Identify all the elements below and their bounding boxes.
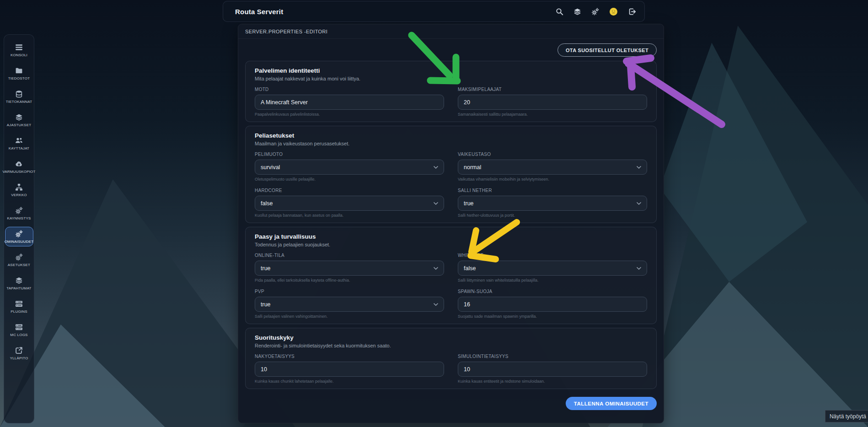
field-help: Salli pelaajien valinen vahingoittaminen… — [255, 314, 444, 319]
layers-icon — [15, 277, 23, 284]
sidebar-item-tiedostot[interactable]: TIEDOSTOT — [5, 64, 33, 83]
sidebar-item-label: AJASTUKSET — [7, 123, 32, 127]
panel-title: SERVER.PROPERTIES -EDITORI — [238, 24, 664, 39]
field-help: Suojattu sade maailman spawnin ymparilla… — [458, 314, 647, 319]
section-suorituskyky: SuorituskykyRenderointi- ja simulointiet… — [245, 328, 657, 389]
section-palvelimen-identiteetti: Palvelimen identiteettiMita pelaajat nak… — [245, 61, 657, 122]
sidebar-item-asetukset[interactable]: ASETUKSET — [5, 250, 33, 270]
field-online-tila: ONLINE-TILAtruePida paalla, ellei tarkoi… — [255, 253, 444, 283]
sidebar-item-konsoli[interactable]: KONSOLI — [5, 40, 33, 60]
field-label: MOTD — [255, 87, 444, 92]
field-salli-nether: SALLI NETHERtrueSalli Nether-ulottuvuus … — [458, 188, 647, 218]
spawn-suoja-input[interactable] — [458, 297, 647, 312]
sidebar-item-kayttajat[interactable]: KAYTTAJAT — [5, 133, 33, 153]
selected-value: false — [464, 265, 476, 272]
sidebar-item-label: PLUGINS — [11, 310, 27, 314]
hardcore-select[interactable]: false — [255, 196, 444, 211]
motd-input[interactable] — [255, 95, 444, 110]
selected-value: survival — [261, 164, 280, 171]
section-description: Todennus ja pelaajien suojaukset. — [255, 242, 647, 247]
field-label: VAIKEUSTASO — [458, 152, 647, 157]
selected-value: false — [261, 200, 273, 207]
sidebar-item-varmuuskopiot[interactable]: VARMUUSKOPIOT — [5, 157, 33, 176]
sidebar-item-plugins[interactable]: PLUGINS — [5, 297, 33, 316]
panel-body: OTA SUOSITELLUT OLETUKSET Palvelimen ide… — [238, 39, 664, 423]
section-description: Renderointi- ja simulointietaisyydet sek… — [255, 343, 647, 348]
chevron-down-icon — [434, 303, 438, 306]
whitelist-select[interactable]: false — [458, 261, 647, 276]
save-properties-button[interactable]: TALLENNA OMINAISUUDET — [566, 397, 657, 410]
field-maksimipelaajat: MAKSIMIPELAAJATSamanaikaisesti sallittu … — [458, 87, 647, 117]
field-label: SALLI NETHER — [458, 188, 647, 193]
sidebar-item-ajastukset[interactable]: AJASTUKSET — [5, 110, 33, 130]
maksimipelaajat-input[interactable] — [458, 95, 647, 110]
field-hardcore: HARDCOREfalseKuollut pelaaja bannataan, … — [255, 188, 444, 218]
field-label: PVP — [255, 289, 444, 294]
logout-icon[interactable] — [628, 7, 636, 16]
top-bar: Routa Serverit — [223, 1, 645, 22]
field-help: Oletuspelimuoto uusille pelaajille. — [255, 177, 444, 181]
sidebar-item-ominaisuudet[interactable]: OMINAISUUDET — [5, 227, 33, 246]
server-properties-panel: SERVER.PROPERTIES -EDITORI OTA SUOSITELL… — [238, 24, 664, 423]
sidebar-item-label: TIEDOSTOT — [8, 76, 30, 80]
pvp-select[interactable]: true — [255, 297, 444, 312]
sidebar-item-label: ASETUKSET — [8, 263, 30, 267]
sections-container: Palvelimen identiteettiMita pelaajat nak… — [245, 61, 657, 393]
sidebar-item-tietokannat[interactable]: TIETOKANNAT — [5, 87, 33, 107]
chevron-down-icon — [434, 202, 438, 205]
section-title: Paasy ja turvallisuus — [255, 233, 647, 240]
field-simulointietaisyys: SIMULOINTIETAISYYSKuinka kauas entiteeti… — [458, 354, 647, 384]
sidebar-item-verkko[interactable]: VERKKO — [5, 180, 33, 200]
sidebar-item-label: VERKKO — [11, 193, 27, 197]
chevron-down-icon — [637, 202, 641, 205]
sidebar-item-yll-pito[interactable]: YLLÄPITO — [5, 343, 33, 363]
simulointietaisyys-input[interactable] — [458, 362, 647, 377]
user-avatar[interactable] — [609, 7, 618, 16]
show-desktop-tooltip[interactable]: Näytä työpöytä — [825, 410, 868, 422]
sidebar-item-label: TIETOKANNAT — [6, 100, 32, 104]
online-tila-select[interactable]: true — [255, 261, 444, 276]
folder-icon — [15, 67, 23, 75]
search-icon[interactable] — [555, 7, 563, 16]
section-title: Suorituskyky — [255, 334, 647, 341]
section-description: Mita pelaajat nakkevat ja kuinka moni vo… — [255, 76, 647, 81]
sidebar-item-label: VARMUUSKOPIOT — [2, 170, 35, 174]
section-title: Palvelimen identiteetti — [255, 67, 647, 74]
selected-value: true — [261, 301, 271, 308]
server-icon — [15, 323, 23, 331]
field-label: ONLINE-TILA — [255, 253, 444, 258]
field-label: NAKYOETAISYYS — [255, 354, 444, 359]
section-title: Peliasetukset — [255, 132, 647, 139]
sidebar-item-label: KAYNNISTYS — [7, 216, 31, 220]
layers-icon[interactable] — [573, 7, 581, 16]
field-help: Pida paalla, ellei tarkoituksella kaytet… — [255, 278, 444, 283]
section-peliasetukset: PeliasetuksetMaailman ja vaikeustason pe… — [245, 126, 657, 223]
section-description: Maailman ja vaikeustason perusasetukset. — [255, 141, 647, 146]
field-help: Salli liittyminen vain whitelistatuilla … — [458, 278, 647, 283]
topbar-icon-group — [555, 7, 636, 16]
database-icon — [15, 90, 23, 98]
salli-nether-select[interactable]: true — [458, 196, 647, 211]
selected-value: true — [261, 265, 271, 272]
sidebar-item-label: OMINAISUUDET — [5, 240, 34, 244]
vaikeustaso-select[interactable]: normal — [458, 160, 647, 175]
field-label: PELIMUOTO — [255, 152, 444, 157]
sidebar-item-kaynnistys[interactable]: KAYNNISTYS — [5, 203, 33, 223]
field-pelimuoto: PELIMUOTOsurvivalOletuspelimuoto uusille… — [255, 152, 444, 181]
section-field-grid: ONLINE-TILAtruePida paalla, ellei tarkoi… — [255, 253, 647, 319]
sidebar-item-mc-logs[interactable]: MC LOGS — [5, 320, 33, 340]
field-help: Kuinka kauas entiteetit ja redstone simu… — [458, 379, 647, 384]
field-label: HARDCORE — [255, 188, 444, 193]
recommended-defaults-button[interactable]: OTA SUOSITELLUT OLETUKSET — [557, 43, 657, 57]
field-motd: MOTDPaapalvelinkuvaus palvelinlistoissa. — [255, 87, 444, 117]
sidebar-item-tapahtumat[interactable]: TAPAHTUMAT — [5, 273, 33, 293]
selected-value: normal — [464, 164, 481, 171]
field-help: Paapalvelinkuvaus palvelinlistoissa. — [255, 112, 444, 117]
gears-icon[interactable] — [591, 7, 599, 16]
field-nakyoetaisyys: NAKYOETAISYYSKuinka kauas chunkit lahete… — [255, 354, 444, 384]
section-paasy-ja-turvallisuus: Paasy ja turvallisuusTodennus ja pelaaji… — [245, 227, 657, 324]
nakyoetaisyys-input[interactable] — [255, 362, 444, 377]
field-help: Salli Nether-ulottuvuus ja portit. — [458, 213, 647, 218]
pelimuoto-select[interactable]: survival — [255, 160, 444, 175]
server-icon — [15, 300, 23, 308]
